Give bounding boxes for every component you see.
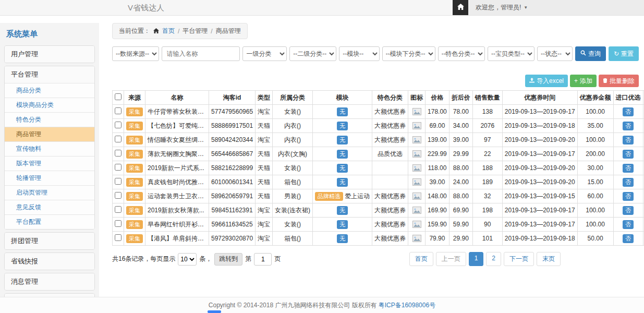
filter-select[interactable]: --宝贝类型-- — [488, 46, 534, 61]
taoke-id: 596611634525 — [209, 218, 256, 232]
feature-category — [372, 161, 408, 175]
sidebar-subitem[interactable]: 宣传物料 — [5, 141, 94, 156]
sidebar-item[interactable]: 用户管理 — [5, 46, 94, 63]
sidebar-subitem[interactable]: 轮播管理 — [5, 171, 94, 185]
sidebar-subitem[interactable]: 平台配置 — [5, 214, 94, 229]
add-button[interactable]: + 添加 — [570, 75, 597, 87]
discount-price: 59.90 — [449, 218, 472, 232]
product-thumbnail-icon — [412, 207, 421, 214]
product-thumbnail-icon — [412, 164, 421, 172]
table-row: 采集2019新款女秋薄款...598451162391淘宝女装(连衣裙)无大额优… — [113, 203, 644, 218]
sales-count: 90 — [472, 218, 502, 232]
filter-select[interactable]: --特色分类-- — [438, 46, 485, 61]
per-page-select[interactable]: 10 — [178, 253, 197, 266]
row-checkbox[interactable] — [115, 122, 121, 128]
breadcrumb-home-link[interactable]: 首页 — [162, 27, 175, 35]
sidebar-title: 系统菜单 — [6, 29, 95, 39]
filter-select[interactable]: 一级分类 — [242, 46, 287, 61]
add-button-label: 添加 — [580, 77, 592, 86]
sidebar-subitem[interactable]: 商品分类 — [5, 83, 94, 98]
icp-link[interactable]: 粤ICP备16098006号 — [379, 301, 435, 310]
product-name: 【港风】单肩斜挎链条... — [145, 232, 209, 246]
filter-select[interactable]: --模块-- — [339, 46, 379, 61]
page-button[interactable]: 首页 — [409, 252, 433, 266]
feature-category: 大额优惠券 — [372, 218, 408, 232]
discount-price: 88.00 — [449, 189, 472, 203]
import-select-toggle[interactable]: 否 — [623, 178, 634, 187]
category: 女装(连衣裙) — [273, 203, 313, 218]
sidebar-item[interactable]: 省钱快报 — [5, 253, 94, 270]
row-checkbox[interactable] — [115, 234, 121, 241]
taoke-id: 589620659791 — [209, 189, 256, 203]
filter-select[interactable]: --状态-- — [537, 46, 573, 61]
import-select-toggle[interactable]: 否 — [623, 206, 634, 215]
home-icon — [457, 4, 464, 11]
filter-select[interactable]: --二级分类-- — [289, 46, 336, 61]
sidebar-item[interactable]: 拼团管理 — [5, 233, 94, 249]
column-header: 价格 — [426, 91, 449, 105]
page-button[interactable]: 上一页 — [436, 252, 466, 266]
row-checkbox[interactable] — [115, 164, 121, 171]
page-button[interactable]: 1 — [469, 252, 484, 266]
import-select-toggle[interactable]: 否 — [623, 164, 634, 173]
select-all-checkbox[interactable] — [115, 93, 121, 100]
product-type: 天猫 — [256, 161, 273, 175]
sidebar-subitem[interactable]: 模块商品分类 — [5, 98, 94, 112]
jump-button[interactable]: 跳转到 — [214, 253, 242, 266]
row-checkbox[interactable] — [115, 150, 121, 156]
sidebar-subitem[interactable]: 特色分类 — [5, 112, 94, 127]
breadcrumb-separator: / — [178, 28, 179, 35]
sidebar-item[interactable]: 平台管理 — [5, 66, 94, 83]
source-badge: 采集 — [126, 150, 143, 159]
import-select-toggle[interactable]: 否 — [623, 192, 634, 201]
sidebar-subitem[interactable]: 启动页管理 — [5, 185, 94, 200]
source-badge: 采集 — [126, 178, 143, 187]
search-button[interactable]: 查询 — [575, 46, 606, 61]
product-type: 天猫 — [256, 189, 273, 203]
home-button[interactable] — [453, 0, 468, 15]
sidebar-item[interactable]: 消息管理 — [5, 273, 94, 290]
import-select-toggle[interactable]: 否 — [623, 122, 634, 130]
trash-icon — [603, 77, 607, 85]
source-filter-select[interactable]: --数据来源-- — [112, 46, 159, 61]
page-button[interactable]: 2 — [486, 252, 501, 266]
reset-button[interactable]: ↻ 重置 — [609, 46, 639, 61]
row-checkbox[interactable] — [115, 220, 121, 227]
row-checkbox[interactable] — [115, 107, 121, 114]
import-select-toggle[interactable]: 否 — [623, 234, 634, 243]
page-button[interactable]: 末页 — [537, 252, 561, 266]
coupon-time: 2019-09-13—2019-09-20 — [502, 161, 577, 175]
product-type: 天猫 — [256, 175, 273, 189]
import-excel-button[interactable]: 导入excel — [525, 75, 568, 87]
sales-count: 97 — [472, 133, 502, 147]
jump-page-input[interactable] — [254, 253, 272, 266]
page-button[interactable]: 下一页 — [504, 252, 534, 266]
module-badge: 品牌精选 — [315, 192, 343, 201]
filter-select[interactable]: --模块下分类-- — [382, 46, 435, 61]
plus-icon: + — [574, 78, 578, 84]
sidebar-subitem[interactable]: 意见反馈 — [5, 200, 94, 214]
coupon-time: 2019-09-13—2019-09-20 — [502, 133, 577, 147]
horizontal-scrollbar-thumb[interactable] — [208, 310, 221, 313]
name-search-input[interactable] — [162, 46, 240, 61]
sidebar-subitem[interactable]: 版本管理 — [5, 156, 94, 171]
row-checkbox[interactable] — [115, 136, 121, 142]
module-subcategory: 爱上运动 — [345, 192, 370, 200]
import-select-toggle[interactable]: 否 — [623, 150, 634, 159]
import-select-toggle[interactable]: 否 — [623, 136, 634, 145]
product-type: 淘宝 — [256, 232, 273, 246]
sidebar-subitem[interactable]: 商品管理 — [5, 127, 94, 141]
product-type: 天猫 — [256, 119, 273, 133]
category: 女装() — [273, 218, 313, 232]
user-menu[interactable]: 欢迎您，管理员! ▼ — [468, 0, 535, 15]
import-select-toggle[interactable]: 否 — [623, 107, 634, 116]
module-badge: 无 — [337, 107, 348, 116]
discount-price: 88.00 — [449, 161, 472, 175]
row-checkbox[interactable] — [115, 178, 121, 185]
sidebar-item[interactable]: 订单管理 — [5, 294, 94, 297]
row-checkbox[interactable] — [115, 192, 121, 199]
row-checkbox[interactable] — [115, 206, 121, 213]
import-select-toggle[interactable]: 否 — [623, 220, 634, 229]
batch-delete-button[interactable]: 批量删除 — [599, 75, 639, 87]
sales-count: 101 — [472, 232, 502, 246]
